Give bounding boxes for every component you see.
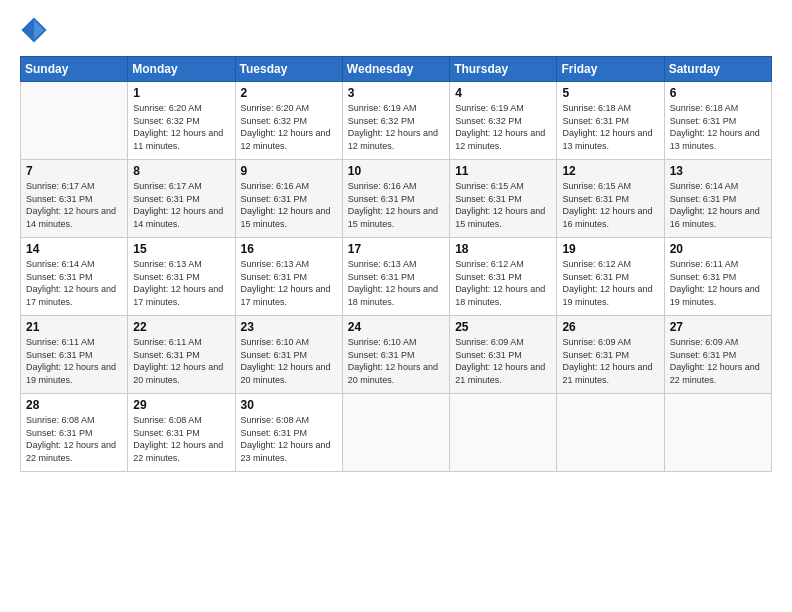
day-info: Sunrise: 6:08 AMSunset: 6:31 PMDaylight:…	[241, 414, 337, 464]
day-number: 16	[241, 242, 337, 256]
day-info: Sunrise: 6:15 AMSunset: 6:31 PMDaylight:…	[455, 180, 551, 230]
calendar-cell: 4Sunrise: 6:19 AMSunset: 6:32 PMDaylight…	[450, 82, 557, 160]
calendar-cell: 20Sunrise: 6:11 AMSunset: 6:31 PMDayligh…	[664, 238, 771, 316]
calendar-cell: 22Sunrise: 6:11 AMSunset: 6:31 PMDayligh…	[128, 316, 235, 394]
calendar-cell: 29Sunrise: 6:08 AMSunset: 6:31 PMDayligh…	[128, 394, 235, 472]
day-number: 24	[348, 320, 444, 334]
calendar-cell	[557, 394, 664, 472]
day-info: Sunrise: 6:18 AMSunset: 6:31 PMDaylight:…	[562, 102, 658, 152]
day-info: Sunrise: 6:18 AMSunset: 6:31 PMDaylight:…	[670, 102, 766, 152]
calendar-cell: 30Sunrise: 6:08 AMSunset: 6:31 PMDayligh…	[235, 394, 342, 472]
calendar-cell: 8Sunrise: 6:17 AMSunset: 6:31 PMDaylight…	[128, 160, 235, 238]
day-info: Sunrise: 6:20 AMSunset: 6:32 PMDaylight:…	[133, 102, 229, 152]
calendar-cell: 1Sunrise: 6:20 AMSunset: 6:32 PMDaylight…	[128, 82, 235, 160]
day-number: 12	[562, 164, 658, 178]
day-number: 18	[455, 242, 551, 256]
day-info: Sunrise: 6:19 AMSunset: 6:32 PMDaylight:…	[348, 102, 444, 152]
day-number: 21	[26, 320, 122, 334]
calendar-cell: 11Sunrise: 6:15 AMSunset: 6:31 PMDayligh…	[450, 160, 557, 238]
day-info: Sunrise: 6:09 AMSunset: 6:31 PMDaylight:…	[562, 336, 658, 386]
day-number: 26	[562, 320, 658, 334]
calendar-cell	[342, 394, 449, 472]
weekday-header-tuesday: Tuesday	[235, 57, 342, 82]
calendar-cell: 18Sunrise: 6:12 AMSunset: 6:31 PMDayligh…	[450, 238, 557, 316]
day-number: 10	[348, 164, 444, 178]
day-number: 25	[455, 320, 551, 334]
day-number: 11	[455, 164, 551, 178]
day-info: Sunrise: 6:14 AMSunset: 6:31 PMDaylight:…	[26, 258, 122, 308]
week-row-3: 14Sunrise: 6:14 AMSunset: 6:31 PMDayligh…	[21, 238, 772, 316]
logo	[20, 16, 52, 44]
calendar-cell: 26Sunrise: 6:09 AMSunset: 6:31 PMDayligh…	[557, 316, 664, 394]
calendar-cell: 7Sunrise: 6:17 AMSunset: 6:31 PMDaylight…	[21, 160, 128, 238]
day-number: 9	[241, 164, 337, 178]
page: SundayMondayTuesdayWednesdayThursdayFrid…	[0, 0, 792, 612]
day-number: 19	[562, 242, 658, 256]
calendar-cell	[450, 394, 557, 472]
calendar-cell: 14Sunrise: 6:14 AMSunset: 6:31 PMDayligh…	[21, 238, 128, 316]
calendar-cell: 17Sunrise: 6:13 AMSunset: 6:31 PMDayligh…	[342, 238, 449, 316]
day-info: Sunrise: 6:08 AMSunset: 6:31 PMDaylight:…	[26, 414, 122, 464]
weekday-header-row: SundayMondayTuesdayWednesdayThursdayFrid…	[21, 57, 772, 82]
day-number: 3	[348, 86, 444, 100]
day-number: 30	[241, 398, 337, 412]
day-info: Sunrise: 6:14 AMSunset: 6:31 PMDaylight:…	[670, 180, 766, 230]
day-number: 20	[670, 242, 766, 256]
day-info: Sunrise: 6:13 AMSunset: 6:31 PMDaylight:…	[133, 258, 229, 308]
day-info: Sunrise: 6:09 AMSunset: 6:31 PMDaylight:…	[670, 336, 766, 386]
day-number: 29	[133, 398, 229, 412]
header	[20, 16, 772, 44]
day-info: Sunrise: 6:13 AMSunset: 6:31 PMDaylight:…	[241, 258, 337, 308]
day-info: Sunrise: 6:10 AMSunset: 6:31 PMDaylight:…	[241, 336, 337, 386]
weekday-header-wednesday: Wednesday	[342, 57, 449, 82]
weekday-header-thursday: Thursday	[450, 57, 557, 82]
day-number: 27	[670, 320, 766, 334]
calendar-cell: 16Sunrise: 6:13 AMSunset: 6:31 PMDayligh…	[235, 238, 342, 316]
logo-icon	[20, 16, 48, 44]
calendar-cell	[21, 82, 128, 160]
day-number: 7	[26, 164, 122, 178]
calendar-cell: 10Sunrise: 6:16 AMSunset: 6:31 PMDayligh…	[342, 160, 449, 238]
week-row-4: 21Sunrise: 6:11 AMSunset: 6:31 PMDayligh…	[21, 316, 772, 394]
weekday-header-saturday: Saturday	[664, 57, 771, 82]
calendar-cell: 19Sunrise: 6:12 AMSunset: 6:31 PMDayligh…	[557, 238, 664, 316]
day-info: Sunrise: 6:10 AMSunset: 6:31 PMDaylight:…	[348, 336, 444, 386]
day-number: 1	[133, 86, 229, 100]
weekday-header-monday: Monday	[128, 57, 235, 82]
week-row-2: 7Sunrise: 6:17 AMSunset: 6:31 PMDaylight…	[21, 160, 772, 238]
day-info: Sunrise: 6:11 AMSunset: 6:31 PMDaylight:…	[670, 258, 766, 308]
day-number: 15	[133, 242, 229, 256]
day-number: 28	[26, 398, 122, 412]
day-number: 23	[241, 320, 337, 334]
day-number: 2	[241, 86, 337, 100]
day-number: 17	[348, 242, 444, 256]
calendar-cell: 5Sunrise: 6:18 AMSunset: 6:31 PMDaylight…	[557, 82, 664, 160]
week-row-1: 1Sunrise: 6:20 AMSunset: 6:32 PMDaylight…	[21, 82, 772, 160]
day-info: Sunrise: 6:11 AMSunset: 6:31 PMDaylight:…	[133, 336, 229, 386]
calendar-cell: 28Sunrise: 6:08 AMSunset: 6:31 PMDayligh…	[21, 394, 128, 472]
day-number: 14	[26, 242, 122, 256]
calendar-cell: 21Sunrise: 6:11 AMSunset: 6:31 PMDayligh…	[21, 316, 128, 394]
day-info: Sunrise: 6:09 AMSunset: 6:31 PMDaylight:…	[455, 336, 551, 386]
calendar-cell: 3Sunrise: 6:19 AMSunset: 6:32 PMDaylight…	[342, 82, 449, 160]
day-info: Sunrise: 6:12 AMSunset: 6:31 PMDaylight:…	[562, 258, 658, 308]
calendar-cell: 25Sunrise: 6:09 AMSunset: 6:31 PMDayligh…	[450, 316, 557, 394]
day-info: Sunrise: 6:11 AMSunset: 6:31 PMDaylight:…	[26, 336, 122, 386]
calendar-cell: 27Sunrise: 6:09 AMSunset: 6:31 PMDayligh…	[664, 316, 771, 394]
week-row-5: 28Sunrise: 6:08 AMSunset: 6:31 PMDayligh…	[21, 394, 772, 472]
calendar-cell: 9Sunrise: 6:16 AMSunset: 6:31 PMDaylight…	[235, 160, 342, 238]
calendar-cell	[664, 394, 771, 472]
day-info: Sunrise: 6:12 AMSunset: 6:31 PMDaylight:…	[455, 258, 551, 308]
day-number: 22	[133, 320, 229, 334]
calendar-cell: 15Sunrise: 6:13 AMSunset: 6:31 PMDayligh…	[128, 238, 235, 316]
calendar-cell: 23Sunrise: 6:10 AMSunset: 6:31 PMDayligh…	[235, 316, 342, 394]
weekday-header-friday: Friday	[557, 57, 664, 82]
calendar-cell: 6Sunrise: 6:18 AMSunset: 6:31 PMDaylight…	[664, 82, 771, 160]
day-number: 6	[670, 86, 766, 100]
day-info: Sunrise: 6:16 AMSunset: 6:31 PMDaylight:…	[348, 180, 444, 230]
calendar-cell: 24Sunrise: 6:10 AMSunset: 6:31 PMDayligh…	[342, 316, 449, 394]
day-info: Sunrise: 6:13 AMSunset: 6:31 PMDaylight:…	[348, 258, 444, 308]
day-info: Sunrise: 6:15 AMSunset: 6:31 PMDaylight:…	[562, 180, 658, 230]
day-info: Sunrise: 6:19 AMSunset: 6:32 PMDaylight:…	[455, 102, 551, 152]
calendar-cell: 12Sunrise: 6:15 AMSunset: 6:31 PMDayligh…	[557, 160, 664, 238]
